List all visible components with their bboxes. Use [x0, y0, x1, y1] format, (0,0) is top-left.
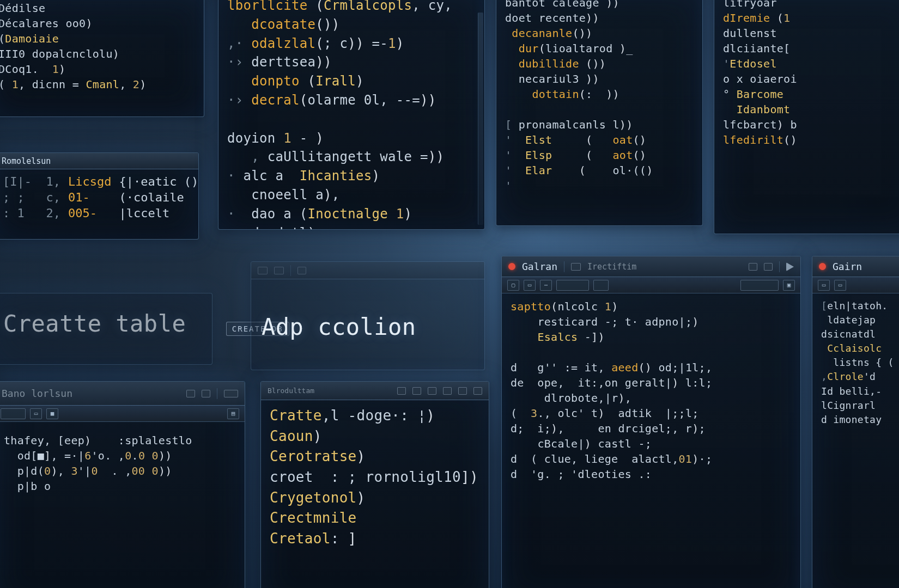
- toolbar-chip[interactable]: ▭: [834, 280, 846, 291]
- table-cell: 005-: [68, 206, 111, 220]
- toolbar-button[interactable]: [412, 387, 421, 395]
- adp-colion-heading: Adp ccolion: [262, 314, 416, 340]
- toolbar-button[interactable]: [186, 390, 195, 397]
- toolbar-chip[interactable]: ▣: [783, 280, 795, 291]
- editor-window-bottom-mid: Blrodulttam Cratte,l -doge·: ¦)Caoun)Cer…: [260, 381, 489, 588]
- table-pane-small: Romolelsun [I|- 1,Licsgd{|·eatic (); ; c…: [0, 152, 199, 240]
- code-pane-right: bantot caleage ))doet recente)) decananl…: [496, 0, 703, 226]
- table-cell: [I|- 1,: [3, 175, 60, 188]
- code-pane-far-right: litryoardIremie (1dullenstdlciiante['Etd…: [714, 0, 899, 234]
- window-title: Galran: [522, 261, 557, 272]
- window-title: Gairn: [833, 261, 862, 272]
- toolbar-button[interactable]: [749, 263, 757, 271]
- toolbar-button[interactable]: [764, 263, 773, 271]
- play-icon[interactable]: [786, 262, 794, 271]
- record-icon: [508, 263, 515, 270]
- toolbar-chip[interactable]: [740, 280, 779, 291]
- window-button[interactable]: [274, 267, 284, 274]
- toolbar-button[interactable]: [397, 387, 406, 395]
- table-cell: {|·eatic (): [119, 175, 198, 188]
- toolbar-chip[interactable]: ▢: [507, 280, 519, 291]
- editor-window-bottom-left: Bano lorlsun ▭ ■ ▤ thafey, [eep) :splale…: [0, 381, 245, 588]
- table-cell: : 1 2,: [3, 206, 60, 220]
- small-table-title: Romolelsun: [2, 156, 51, 166]
- record-icon: [819, 263, 826, 270]
- bg-frame-left: [0, 293, 212, 365]
- toolbar-button[interactable]: [443, 387, 452, 395]
- toolbar-button[interactable]: [473, 387, 482, 395]
- toolbar-chip[interactable]: ▤: [227, 408, 239, 419]
- toolbar-chip[interactable]: ■: [46, 408, 58, 419]
- toolbar-button[interactable]: [202, 390, 210, 397]
- toolbar-chip[interactable]: ▭: [30, 408, 42, 419]
- window-button[interactable]: [297, 267, 306, 274]
- table-cell: (·colaile: [119, 191, 198, 204]
- code-pane-middle: lborllcite (Crmlalcopls, cy, dcoatate())…: [218, 0, 485, 230]
- toolbar-button[interactable]: [428, 387, 436, 395]
- code-pane-top-left: DédilseDécalares oo0)(DamoiaieIII0 dopal…: [0, 0, 204, 117]
- toolbar-button[interactable]: [458, 387, 467, 395]
- toolbar-button[interactable]: [571, 263, 581, 271]
- table-cell: ; ; c,: [3, 191, 60, 204]
- table-cell: |lccelt: [119, 206, 198, 220]
- toolbar-chip[interactable]: ▭: [524, 280, 536, 291]
- toolbar-chip[interactable]: ⋯: [540, 280, 552, 291]
- scrollbar[interactable]: [478, 13, 483, 225]
- toolbar-chip[interactable]: ▭: [818, 280, 830, 291]
- toolbar-chip[interactable]: [1, 408, 26, 419]
- table-cell: 01-: [68, 191, 111, 204]
- table-cell: Licsgd: [68, 175, 111, 188]
- toolbar-chip[interactable]: [593, 280, 609, 291]
- toolbar-chip[interactable]: [556, 280, 589, 291]
- editor-window-far-right: Gairn ▭ ▭ [eln|tatoh. ldatejapdsicnatdl …: [812, 256, 899, 588]
- window-button[interactable]: [258, 267, 268, 274]
- toolbar-button[interactable]: [224, 390, 238, 397]
- editor-window-galran: Galran Irectiftim ▢ ▭ ⋯ ▣ saptto(nlcolc …: [501, 256, 801, 588]
